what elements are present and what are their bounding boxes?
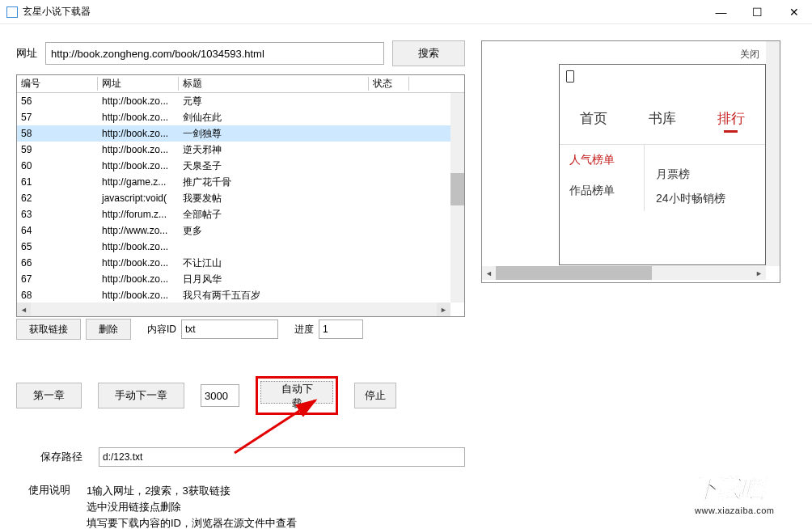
- auto-download-button[interactable]: 自动下载: [260, 381, 333, 404]
- preview-panel: 关闭 首页 书库 排行 人气榜单 作品榜单 月票榜 24小时畅销榜: [481, 40, 780, 283]
- table-row[interactable]: 63http://forum.z...全部帖子: [17, 206, 464, 222]
- help-text: 1输入网址，2搜索，3获取链接 选中没用链接点删除 填写要下载内容的ID，浏览器…: [87, 483, 297, 529]
- sub-popularity[interactable]: 人气榜单: [560, 145, 644, 176]
- col-status[interactable]: 状态: [369, 77, 409, 91]
- manual-next-button[interactable]: 手动下一章: [98, 383, 184, 408]
- table-row[interactable]: 67http://book.zo...日月风华: [17, 271, 464, 287]
- help-label: 使用说明: [28, 483, 70, 529]
- horizontal-scrollbar[interactable]: ◄►: [17, 303, 450, 316]
- content-id-label: 内容ID: [147, 323, 176, 336]
- url-label: 网址: [16, 46, 37, 61]
- col-title[interactable]: 标题: [179, 77, 369, 91]
- tab-library[interactable]: 书库: [649, 109, 676, 128]
- table-row[interactable]: 58http://book.zo...一剑独尊: [17, 125, 464, 142]
- table-row[interactable]: 61http://game.z...推广花千骨: [17, 174, 464, 190]
- progress-input[interactable]: [319, 320, 363, 339]
- table-row[interactable]: 59http://book.zo...逆天邪神: [17, 142, 464, 158]
- maximize-button[interactable]: ☐: [739, 0, 776, 24]
- delete-button[interactable]: 删除: [86, 319, 131, 340]
- rank-24h[interactable]: 24小时畅销榜: [645, 187, 765, 211]
- first-chapter-button[interactable]: 第一章: [16, 383, 82, 408]
- table-row[interactable]: 65http://book.zo...: [17, 239, 464, 255]
- preview-v-scroll[interactable]: [766, 41, 780, 266]
- preview-h-scroll[interactable]: ◄►: [482, 266, 766, 280]
- save-path-label: 保存路径: [40, 450, 82, 464]
- sub-works[interactable]: 作品榜单: [560, 176, 644, 206]
- get-links-button[interactable]: 获取链接: [16, 319, 81, 340]
- watermark: 下载吧 www.xiazaiba.com: [695, 472, 812, 529]
- preview-close[interactable]: 关闭: [740, 48, 759, 61]
- table-header: 编号 网址 标题 状态: [17, 75, 464, 93]
- search-button[interactable]: 搜索: [392, 40, 465, 66]
- url-input[interactable]: [45, 42, 384, 65]
- progress-label: 进度: [294, 323, 314, 336]
- book-table: 编号 网址 标题 状态 56http://book.zo...元尊57http:…: [16, 74, 465, 317]
- tab-ranking[interactable]: 排行: [717, 109, 745, 128]
- save-path-input[interactable]: [99, 447, 465, 467]
- table-row[interactable]: 68http://book.zo...我只有两千五百岁: [17, 287, 464, 303]
- table-row[interactable]: 62javascript:void(我要发帖: [17, 190, 464, 206]
- col-url[interactable]: 网址: [98, 77, 179, 91]
- content-id-input[interactable]: [181, 320, 278, 339]
- window-title: 玄星小说下载器: [23, 5, 703, 19]
- table-row[interactable]: 57http://book.zo...剑仙在此: [17, 109, 464, 125]
- minimize-button[interactable]: —: [703, 0, 739, 24]
- titlebar: 玄星小说下载器 — ☐ ✕: [0, 0, 812, 24]
- mobile-icon: [566, 70, 574, 83]
- close-button[interactable]: ✕: [776, 0, 812, 24]
- rank-monthly[interactable]: 月票榜: [645, 163, 765, 187]
- vertical-scrollbar[interactable]: [450, 93, 464, 303]
- highlight-annotation: 自动下载: [256, 376, 338, 415]
- table-row[interactable]: 66http://book.zo...不让江山: [17, 255, 464, 271]
- table-row[interactable]: 56http://book.zo...元尊: [17, 93, 464, 109]
- table-row[interactable]: 60http://book.zo...天泉圣子: [17, 158, 464, 174]
- table-row[interactable]: 64http://www.zo...更多: [17, 222, 464, 239]
- stop-button[interactable]: 停止: [354, 383, 396, 408]
- interval-input[interactable]: [201, 384, 239, 407]
- app-icon: [6, 6, 18, 18]
- tab-home[interactable]: 首页: [580, 109, 607, 128]
- col-num[interactable]: 编号: [17, 77, 98, 91]
